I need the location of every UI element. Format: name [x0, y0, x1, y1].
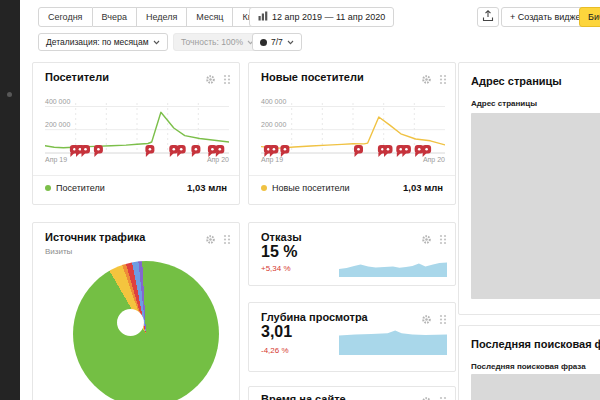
export-button[interactable]: [477, 7, 499, 27]
date-range-button[interactable]: 12 апр 2019 — 11 апр 2020: [249, 7, 394, 27]
widget-header: Источник трафика: [45, 231, 231, 249]
widget-header: Время на сайте: [261, 393, 447, 400]
accuracy-label: Точность: 100%: [181, 37, 243, 47]
metrica-dashboard: Сегодня Вчера Неделя Месяц Квартал Год 1…: [0, 0, 600, 400]
widget-last-search-phrase: Последняя поисковая фраза Последняя поис…: [458, 325, 600, 400]
donut-hole: [117, 309, 144, 336]
new-visitors-chart[interactable]: [261, 99, 445, 163]
legend-label: Посетители: [56, 183, 105, 193]
legend-dot: [45, 185, 51, 191]
widget-title: Время на сайте: [261, 393, 346, 400]
legend-label: Новые посетители: [272, 183, 350, 193]
drag-handle-icon[interactable]: [439, 393, 447, 400]
column-label: Адрес страницы: [471, 99, 537, 108]
kpi-delta: +5,34 %: [261, 264, 291, 273]
app-sidebar: [0, 0, 20, 400]
period-yesterday[interactable]: Вчера: [93, 7, 137, 27]
gear-icon[interactable]: [205, 71, 216, 89]
page-address-placeholder: [471, 113, 600, 299]
widget-title: Адрес страницы: [471, 75, 562, 87]
gear-icon[interactable]: [421, 71, 432, 89]
chart-legend: Новые посетители 1,03 млн: [261, 182, 443, 193]
detalization-label: Детализация: по месяцам: [46, 37, 149, 47]
widget-traffic-source: Источник трафика Визиты: [32, 222, 240, 400]
period-month[interactable]: Месяц: [187, 7, 233, 27]
widget-view-depth: Глубина просмотра 3,01 -4,26 %: [248, 302, 456, 372]
export-icon: [482, 10, 494, 24]
drag-handle-icon[interactable]: [223, 71, 231, 89]
widget-title: Источник трафика: [45, 231, 145, 243]
accuracy-dropdown[interactable]: Точность: 100%: [173, 33, 262, 51]
widget-header: Новые посетители: [261, 71, 447, 89]
drag-handle-icon[interactable]: [223, 231, 231, 249]
column-label: Последняя поисковая фраза: [471, 362, 586, 371]
detalization-dropdown[interactable]: Детализация: по месяцам: [38, 33, 168, 51]
widget-page-address: Адрес страницы Адрес страницы: [458, 62, 600, 315]
date-range-label: 12 апр 2019 — 11 апр 2020: [272, 12, 385, 22]
last-search-placeholder: [471, 374, 600, 400]
widget-visitors: Посетители 400 000 200 000 Апр 19 Апр 20…: [32, 62, 240, 205]
kpi-value: 3,01: [261, 323, 292, 341]
depth-sparkline[interactable]: [339, 327, 447, 355]
segments-label: 7/7: [271, 37, 283, 47]
widget-title: Отказы: [261, 231, 302, 243]
x-tick: Апр 19: [261, 156, 283, 163]
widget-title: Новые посетители: [261, 71, 364, 83]
x-tick: Апр 20: [423, 156, 445, 163]
legend-dot: [261, 185, 267, 191]
widget-title: Последняя поисковая фраза: [471, 338, 600, 350]
kpi-value: 15 %: [261, 243, 297, 261]
bounces-sparkline[interactable]: [339, 257, 447, 277]
gear-icon[interactable]: [205, 231, 216, 249]
divider: [249, 175, 455, 176]
create-widget-label: + Создать виджет: [510, 12, 584, 22]
x-tick: Апр 19: [45, 156, 67, 163]
widget-new-visitors: Новые посетители 400 000 200 000 Апр 19 …: [248, 62, 456, 205]
chevron-down-icon: [153, 37, 160, 47]
kpi-delta: -4,26 %: [261, 346, 289, 355]
bar-chart-icon: [258, 11, 268, 23]
legend-value: 1,03 млн: [187, 182, 227, 193]
legend-value: 1,03 млн: [403, 182, 443, 193]
widget-title: Посетители: [45, 71, 109, 83]
drag-handle-icon[interactable]: [439, 71, 447, 89]
widget-title: Глубина просмотра: [261, 311, 368, 323]
gear-icon[interactable]: [421, 231, 432, 249]
library-button[interactable]: Библиотека: [579, 7, 600, 27]
segments-dropdown[interactable]: 7/7: [252, 33, 302, 51]
widget-subtitle: Визиты: [45, 247, 72, 256]
divider: [33, 175, 239, 176]
visitors-chart[interactable]: [45, 99, 229, 163]
widget-header: Последняя поисковая фраза: [471, 338, 600, 350]
period-week[interactable]: Неделя: [137, 7, 187, 27]
library-label: Библиотека: [588, 12, 600, 22]
traffic-source-donut[interactable]: [73, 261, 219, 400]
widget-bounces: Отказы 15 % +5,34 %: [248, 222, 456, 286]
sidebar-menu-icon[interactable]: [7, 92, 12, 97]
chart-legend: Посетители 1,03 млн: [45, 182, 227, 193]
widget-header: Посетители: [45, 71, 231, 89]
gear-icon[interactable]: [421, 393, 432, 400]
segments-icon: [260, 39, 267, 46]
widget-header: Адрес страницы: [471, 75, 600, 87]
x-tick: Апр 20: [207, 156, 229, 163]
drag-handle-icon[interactable]: [439, 231, 447, 249]
period-today[interactable]: Сегодня: [38, 7, 93, 27]
widget-time-on-site: Время на сайте: [248, 386, 456, 400]
chevron-down-icon: [287, 37, 294, 47]
